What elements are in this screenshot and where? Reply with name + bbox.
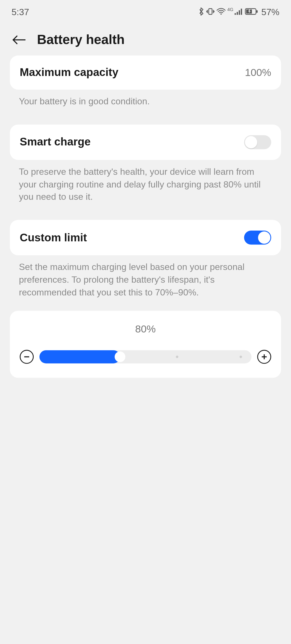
svg-rect-7	[256, 10, 258, 12]
back-button[interactable]	[12, 32, 26, 47]
maximum-capacity-label: Maximum capacity	[20, 66, 118, 79]
slider-tick	[176, 355, 178, 358]
svg-rect-0	[209, 8, 212, 14]
smart-charge-description: To preserve the battery's health, your d…	[19, 166, 272, 204]
signal-icon	[234, 8, 244, 17]
arrow-left-icon	[12, 34, 26, 46]
maximum-capacity-card: Maximum capacity 100%	[10, 56, 281, 90]
increase-button[interactable]	[257, 350, 271, 364]
decrease-button[interactable]	[20, 350, 34, 364]
network-type-label: 4G	[227, 7, 233, 12]
slider-tick	[240, 355, 242, 358]
page-header: Battery health	[0, 20, 291, 56]
status-bar: 5:37 4G 57%	[0, 0, 291, 20]
wifi-icon	[217, 8, 226, 17]
smart-charge-card[interactable]: Smart charge	[10, 124, 281, 160]
capacity-description: Your battery is in good condition.	[19, 96, 272, 108]
svg-rect-5	[241, 8, 242, 15]
battery-percent-label: 57%	[261, 7, 279, 18]
charge-limit-slider-card: 80%	[10, 310, 281, 378]
bluetooth-icon	[198, 7, 204, 18]
maximum-capacity-value: 100%	[245, 66, 271, 78]
status-time: 5:37	[12, 7, 29, 18]
plus-icon	[260, 353, 268, 360]
minus-icon	[23, 353, 30, 360]
svg-rect-4	[238, 10, 240, 15]
page-title: Battery health	[37, 32, 125, 47]
smart-charge-toggle[interactable]	[244, 135, 271, 149]
custom-limit-label: Custom limit	[20, 231, 87, 244]
smart-charge-label: Smart charge	[20, 136, 90, 148]
svg-rect-3	[237, 12, 238, 15]
custom-limit-card[interactable]: Custom limit	[10, 220, 281, 255]
battery-icon	[245, 8, 258, 17]
slider-fill	[40, 350, 120, 363]
slider-thumb[interactable]	[114, 351, 125, 362]
status-icons: 4G 57%	[198, 7, 279, 18]
charge-limit-slider[interactable]	[40, 350, 251, 363]
slider-current-value: 80%	[20, 323, 271, 335]
custom-limit-description: Set the maximum charging level based on …	[19, 261, 272, 299]
custom-limit-toggle[interactable]	[244, 231, 271, 245]
svg-rect-2	[234, 13, 236, 15]
svg-point-1	[220, 13, 222, 14]
vibrate-icon	[206, 7, 215, 18]
